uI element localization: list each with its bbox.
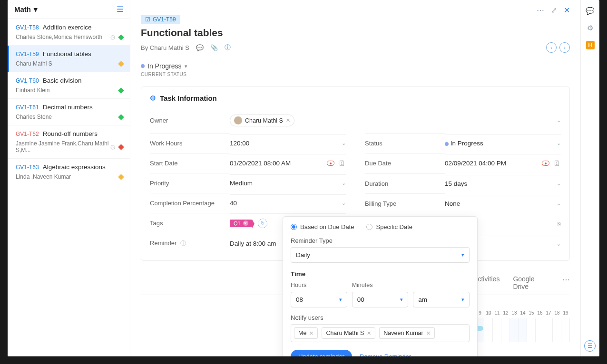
remove-user-icon[interactable]: ✕: [426, 330, 431, 336]
close-icon[interactable]: ✕: [564, 6, 570, 15]
priority-dot: [118, 174, 124, 180]
reminder-type-select[interactable]: Daily▾: [291, 247, 470, 263]
priority-field[interactable]: Medium⌄: [230, 174, 346, 192]
task-id-pill[interactable]: ☑ GV1-T59: [141, 15, 180, 24]
task-name: Addition exercice: [43, 24, 92, 31]
visibility-icon: [542, 161, 549, 166]
time-heading: Time: [291, 270, 470, 278]
right-rail: 💬 ⚙ H: [580, 0, 599, 356]
task-item[interactable]: GV1-T60Basic division Einhard Klein: [8, 72, 130, 99]
help-badge[interactable]: H: [586, 41, 595, 49]
info-icon[interactable]: ⓘ: [225, 43, 231, 52]
update-reminder-button[interactable]: Update reminder: [291, 350, 352, 356]
clock-icon: ◷: [110, 34, 115, 40]
task-name: Decimal numbers: [43, 104, 93, 111]
main: ⋯ ⤢ ✕ ☑ GV1-T59 Functional tables By Cha…: [130, 0, 599, 356]
priority-label: Priority: [150, 173, 230, 193]
chevron-down-icon: ⌄: [557, 140, 561, 146]
task-owners: Charu Mathi S: [16, 60, 52, 67]
priority-dot: [118, 34, 124, 40]
sidebar-header: Math ▾ ☰: [8, 0, 130, 19]
remove-reminder-link[interactable]: Remove Reminder: [360, 353, 411, 356]
remove-tag-icon[interactable]: ✕: [243, 220, 248, 226]
chat-icon[interactable]: 💬: [586, 7, 595, 15]
priority-dot: [118, 144, 124, 150]
notify-users-input[interactable]: Me✕ Charu Mathi S✕ Naveen Kumar✕: [291, 324, 470, 342]
work-hours-field[interactable]: 120:00⌄: [230, 134, 346, 152]
chevron-down-icon: ▾: [185, 63, 187, 69]
radio-based-on-due[interactable]: Based on Due Date: [291, 223, 354, 230]
calendar-icon[interactable]: 🗓: [338, 159, 346, 168]
prev-task-button[interactable]: ‹: [546, 42, 557, 53]
comment-icon[interactable]: 💬: [196, 44, 204, 51]
task-item[interactable]: GV1-T59Functional tables Charu Mathi S: [8, 46, 130, 72]
remove-user-icon[interactable]: ✕: [367, 330, 371, 336]
completion-field[interactable]: 40⌄: [230, 194, 346, 211]
chevron-down-icon: ⌄: [557, 117, 561, 124]
gear-icon[interactable]: ⚙: [587, 24, 593, 32]
completion-label: Completion Percentage: [150, 193, 230, 213]
due-date-label: Due Date: [365, 153, 445, 173]
status-field[interactable]: In Progress⌄: [445, 134, 561, 152]
task-item[interactable]: GV1-T62Round-off numbers Jasmine Jasmine…: [8, 125, 130, 159]
task-item[interactable]: GV1-T63Algebraic expressions Linda ,Nave…: [8, 159, 130, 185]
hours-select[interactable]: 08▾: [291, 292, 347, 307]
priority-dot: [118, 61, 124, 67]
chevron-down-icon: ⌄: [557, 241, 561, 247]
status-value: In Progress: [147, 62, 182, 70]
chevron-down-icon: ⌄: [342, 180, 346, 186]
owner-label: Owner: [150, 111, 230, 130]
chevron-down-icon: ▾: [339, 297, 342, 303]
status-block: In Progress ▾ CURRENT STATUS: [141, 61, 570, 77]
tab-google-drive[interactable]: Google Drive: [513, 275, 549, 295]
task-owners: Charles Stone,Monica Hemsworth: [16, 34, 102, 40]
collapse-icon[interactable]: ⊖: [150, 94, 156, 102]
info-icon[interactable]: ⓘ: [178, 240, 186, 247]
radio-specific-date[interactable]: Specific Date: [366, 223, 412, 230]
chevron-down-icon: ⌄: [342, 140, 346, 146]
user-chip: Me✕: [294, 327, 318, 339]
minutes-label: Minutes: [352, 282, 373, 288]
chevron-down-icon: ▾: [34, 5, 38, 14]
pill-text: GV1-T59: [153, 16, 176, 23]
page-title: Functional tables: [141, 27, 570, 38]
duration-label: Duration: [365, 173, 445, 193]
tabs-more-icon[interactable]: ⋯: [562, 275, 570, 295]
task-id: GV1-T63: [16, 164, 39, 171]
add-tag-icon[interactable]: ↻: [258, 219, 267, 228]
app-window: Math ▾ ☰ GV1-T58Addition exercice Charle…: [8, 0, 599, 356]
task-name: Functional tables: [43, 50, 91, 57]
hours-label: Hours: [291, 282, 306, 288]
billing-label: Billing Type: [365, 193, 445, 213]
task-name: Algebraic expressions: [43, 163, 106, 171]
project-name: Math: [14, 5, 31, 13]
due-date-field[interactable]: 02/09/2021 04:00 PM🗓: [445, 154, 561, 172]
sidebar-collapse-icon[interactable]: ☰: [117, 5, 123, 14]
top-actions: ⋯ ⤢ ✕: [141, 6, 570, 15]
task-id: GV1-T60: [16, 77, 39, 84]
task-item[interactable]: GV1-T61Decimal numbers Charles Stone: [8, 99, 130, 125]
billing-field[interactable]: None⌄: [445, 195, 561, 212]
remove-user-icon[interactable]: ✕: [309, 330, 313, 336]
minutes-select[interactable]: 00▾: [352, 292, 409, 307]
fab-button[interactable]: ☰: [584, 340, 596, 352]
task-id: GV1-T59: [16, 51, 39, 57]
task-item[interactable]: GV1-T58Addition exercice Charles Stone,M…: [8, 19, 130, 46]
nav-arrows: ‹ ›: [546, 42, 570, 53]
sidebar: Math ▾ ☰ GV1-T58Addition exercice Charle…: [8, 0, 130, 356]
tags-more-icon[interactable]: ⎘: [558, 221, 561, 227]
remove-owner-icon[interactable]: ✕: [286, 117, 290, 124]
more-icon[interactable]: ⋯: [537, 6, 544, 15]
owner-field[interactable]: Charu Mathi S ✕ ⌄: [230, 110, 561, 131]
duration-field[interactable]: 15 days⌄: [445, 175, 561, 192]
expand-icon[interactable]: ⤢: [551, 6, 557, 15]
clock-icon: ◷: [110, 144, 115, 150]
status-dropdown[interactable]: In Progress ▾: [141, 62, 187, 70]
calendar-icon[interactable]: 🗓: [553, 159, 561, 168]
start-date-field[interactable]: 01/20/2021 08:00 AM🗓: [230, 154, 346, 172]
project-dropdown[interactable]: Math ▾: [14, 5, 38, 14]
task-owners: Jasmine Jasmine Frank,Charu Mathi S,M...: [16, 140, 110, 153]
next-task-button[interactable]: ›: [559, 42, 570, 53]
attachment-icon[interactable]: 📎: [210, 44, 218, 51]
ampm-select[interactable]: am▾: [413, 292, 470, 307]
